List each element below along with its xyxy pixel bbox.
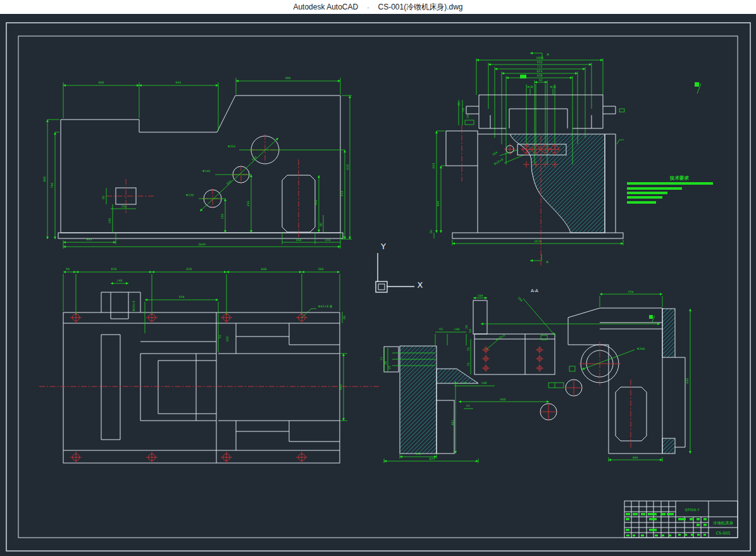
leader-label: 164 [492, 151, 498, 156]
dim-label: 594 [179, 295, 185, 299]
drawing-svg[interactable]: 600 645 580 880 790 515 610 845 2449 Φ25… [0, 14, 756, 556]
title-block: QT500-7 冷镦机床身 CS-001 [624, 501, 738, 538]
dim-label: 90 [319, 223, 323, 226]
tech-req-line [627, 196, 662, 199]
section-marker-label: A [546, 260, 548, 264]
tech-req-title: 技术要求 [669, 175, 690, 181]
technical-requirements: 技术要求 [627, 175, 713, 204]
title-separator: - [367, 4, 369, 11]
section-view-bottom: A-A [380, 288, 690, 463]
roughness-icon [649, 315, 653, 319]
dim-label: 438 [537, 74, 543, 77]
leader-label: Φ240 [637, 347, 645, 350]
dim-label: 150 [108, 218, 111, 224]
tech-req-line [627, 187, 682, 190]
hole-diameter-label: Φ140 [202, 170, 210, 173]
dim-label: 645 [176, 81, 182, 84]
dim-label: 650 [686, 378, 689, 384]
ucs-icon: Y X [376, 242, 423, 292]
side-view-dimensions [47, 78, 352, 249]
section-b-outline [384, 300, 685, 454]
dim-label: 75 [467, 362, 470, 366]
section-hatch [510, 134, 605, 233]
plan-view: 90 620 620 640 300 140 594 Φ42×8 通 45 68… [39, 268, 380, 463]
dim-label: Φ30 [527, 85, 533, 89]
dim-label: 54 [469, 329, 472, 333]
dim-label: 580 [285, 77, 291, 80]
dim-label: Φ30 [550, 85, 556, 89]
dim-label: 686 [339, 385, 342, 390]
dim-label: 420 [314, 200, 318, 206]
dim-label: 50 [102, 195, 105, 199]
dim-label: Φ25×4 [132, 301, 135, 311]
dim-label: 610 [346, 164, 349, 170]
dim-label: 34 [465, 325, 468, 329]
section-b-holes [482, 346, 543, 372]
dim-label: 148 [461, 381, 467, 385]
dim-label: 62 [539, 78, 543, 82]
dim-label: 515 [340, 191, 344, 197]
app-title: Autodesk AutoCAD [293, 3, 358, 11]
dim-label: 350 [226, 180, 232, 186]
dim-label: 506 [437, 201, 440, 207]
section-label: A-A [531, 288, 538, 293]
dim-label: 254 [247, 201, 250, 207]
hole-diameter-label: Φ120 [186, 194, 194, 197]
ucs-x-label: X [418, 280, 423, 290]
side-view-outline [58, 96, 343, 238]
dim-label: 461 [451, 420, 454, 426]
dim-label: 294 [628, 290, 634, 293]
document-title: CS-001(冷镦机床身).dwg [378, 2, 463, 13]
dim-label: 1000 [536, 56, 543, 59]
section-marker-label: A [547, 53, 549, 56]
dim-label: 310 [325, 238, 331, 242]
drawing-number: CS-001 [716, 531, 730, 536]
plan-view-holes [39, 312, 380, 463]
dim-label: 654 [432, 163, 435, 169]
dim-label: 300 [318, 268, 324, 271]
dim-label: 350 [416, 452, 421, 455]
dim-label: 2449 [198, 243, 206, 246]
side-view-centerlines [106, 134, 299, 237]
dim-label: 93 [439, 328, 443, 331]
dim-label: 39 [384, 361, 387, 365]
leader-label: Φ20×6 [495, 333, 505, 342]
dim-label: 74 [462, 108, 465, 112]
side-view-dim-labels: 600 645 580 880 790 515 610 845 2449 Φ25… [43, 77, 349, 246]
dim-label: 600 [99, 81, 104, 84]
dim-label: 45 [343, 316, 346, 319]
dim-label: 77 [380, 357, 383, 361]
side-view: 600 645 580 880 790 515 610 845 2449 Φ25… [43, 77, 352, 249]
section-b-centerlines [540, 342, 631, 448]
dim-label: 95 [457, 102, 461, 106]
ucs-y-label: Y [380, 242, 386, 251]
dim-label: 148 [481, 381, 487, 385]
section-view-top: A A 1000 920 715 625 438 62 Φ30 Φ30 95 7… [430, 53, 624, 266]
leader-label: Φ42×8 通 [318, 304, 333, 308]
surface-roughness-icon [695, 82, 701, 94]
dim-label: 34 [466, 114, 469, 118]
dim-label: 829 [430, 457, 435, 460]
hole-diameter-label: Φ255 [228, 145, 235, 148]
dim-label: 484 [633, 456, 638, 459]
dim-label: 75 [467, 347, 470, 351]
title-bar: Autodesk AutoCAD - CS-001(冷镦机床身).dwg [0, 0, 756, 14]
dim-label: 51 [466, 404, 470, 407]
plan-view-dimensions: 90 620 620 640 300 140 594 Φ42×8 通 45 68… [63, 268, 347, 421]
dim-label: 1070 [534, 240, 542, 243]
dim-label: 100 [226, 337, 229, 342]
part-name: 冷镦机床身 [713, 521, 734, 526]
dim-label: 625 [537, 70, 543, 73]
dim-label: 25 [388, 366, 391, 369]
leader-label: 164 [517, 296, 523, 302]
dim-label: 880 [43, 176, 46, 182]
tech-req-line [627, 192, 667, 194]
model-space-canvas[interactable]: 600 645 580 880 790 515 610 845 2449 Φ25… [0, 14, 756, 556]
dim-label: 150 [121, 205, 127, 208]
dim-label: 50 [430, 230, 433, 233]
dim-label: 104 [478, 294, 483, 297]
tech-req-line [627, 182, 713, 185]
material-label: QT500-7 [685, 508, 699, 512]
leader-label: Φ20×8 [493, 158, 504, 166]
dim-label: 845 [87, 238, 92, 241]
